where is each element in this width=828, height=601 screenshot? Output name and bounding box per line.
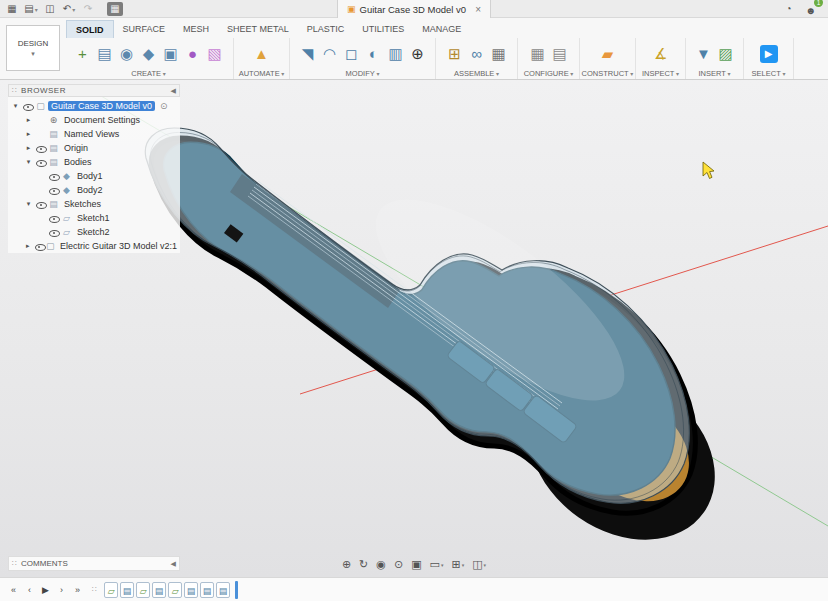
document-tab[interactable]: ▣ Guitar Case 3D Model v0 × (337, 0, 491, 18)
drag-grip-icon[interactable]: ∷ (12, 86, 17, 95)
group-dropdown-inspect[interactable]: INSPECT ▾ (636, 69, 685, 78)
tree-item-label[interactable]: Body1 (74, 171, 106, 181)
joint-icon[interactable]: ∞ (467, 44, 487, 64)
visibility-eye-icon[interactable] (36, 200, 45, 209)
drag-grip-icon[interactable]: ∷ (92, 585, 97, 594)
expander-icon[interactable]: ▸ (24, 116, 33, 124)
timeline-extrude-1[interactable]: ▤ (120, 582, 134, 598)
play-button[interactable]: ▶ (38, 582, 53, 598)
workspace-selector[interactable]: DESIGN ▾ (6, 25, 60, 71)
create-sketch-icon[interactable]: + (73, 44, 93, 64)
tree-item-label[interactable]: Sketch1 (74, 213, 113, 223)
guitar-case-model[interactable] (145, 128, 747, 575)
step-back-button[interactable]: ‹ (22, 582, 37, 598)
tree-item-label[interactable]: Guitar Case 3D Model v0 (48, 101, 155, 111)
visibility-eye-icon[interactable] (49, 186, 58, 195)
timeline-marker[interactable] (235, 581, 238, 599)
zoom-icon[interactable]: ⊙ (394, 556, 403, 572)
extrude-icon[interactable]: ▤ (95, 44, 115, 64)
tree-item-sketch2[interactable]: ▱Sketch2 (8, 225, 180, 239)
look-at-icon[interactable]: ◉ (376, 556, 386, 572)
press-pull-icon[interactable]: ◥ (298, 44, 318, 64)
automate-icon[interactable]: ▲ (252, 44, 272, 64)
tree-item-body2[interactable]: ◆Body2 (8, 183, 180, 197)
measure-icon[interactable]: ∡ (651, 44, 671, 64)
visibility-eye-icon[interactable] (49, 214, 58, 223)
tree-item-body1[interactable]: ◆Body1 (8, 169, 180, 183)
rigid-group-icon[interactable]: ▦ (489, 44, 509, 64)
decal-icon[interactable]: ▨ (716, 44, 736, 64)
ribbon-tab-surface[interactable]: SURFACE (114, 20, 175, 38)
orbit-icon[interactable]: ↻ (359, 556, 368, 572)
tree-item-label[interactable]: Sketches (61, 199, 104, 209)
group-dropdown-create[interactable]: CREATE ▾ (64, 69, 233, 78)
comments-bar[interactable]: ∷ COMMENTS ◀ (8, 556, 180, 571)
timeline-extrude-4[interactable]: ▤ (200, 582, 214, 598)
fit-icon[interactable]: ▣ (411, 556, 421, 572)
user-avatar[interactable]: ☻ 1 (805, 0, 816, 18)
tree-item-label[interactable]: Named Views (61, 129, 122, 139)
tree-item-label[interactable]: Body2 (74, 185, 106, 195)
configuration-table-icon[interactable]: ▤ (550, 44, 570, 64)
tree-item-origin[interactable]: ▸▤Origin (8, 141, 180, 155)
timeline-extrude-5[interactable]: ▤ (216, 582, 230, 598)
step-forward-button[interactable]: › (54, 582, 69, 598)
group-dropdown-construct[interactable]: CONSTRUCT ▾ (580, 69, 635, 78)
revolve-icon[interactable]: ◉ (117, 44, 137, 64)
timeline-extrude-2[interactable]: ▤ (152, 582, 166, 598)
ribbon-tab-sheet-metal[interactable]: SHEET METAL (218, 20, 298, 38)
offset-face-icon[interactable]: ▥ (386, 44, 406, 64)
tree-item-named-views[interactable]: ▸▤Named Views (8, 127, 180, 141)
ribbon-tab-mesh[interactable]: MESH (174, 20, 218, 38)
new-component-icon[interactable]: ⊞ (445, 44, 465, 64)
tab-close-icon[interactable]: × (475, 4, 481, 15)
visibility-eye-icon[interactable] (35, 242, 43, 251)
configure-icon[interactable]: ▦ (528, 44, 548, 64)
expander-icon[interactable]: ▾ (24, 200, 33, 208)
expander-icon[interactable]: ▸ (24, 144, 33, 152)
skip-to-end-button[interactable]: » (70, 582, 85, 598)
shell-icon[interactable]: ◻ (342, 44, 362, 64)
sweep-icon[interactable]: ◆ (139, 44, 159, 64)
group-dropdown-select[interactable]: SELECT ▾ (744, 69, 793, 78)
timeline-extrude-3[interactable]: ▤ (184, 582, 198, 598)
move-copy-icon[interactable]: ⊕ (408, 44, 428, 64)
ribbon-tab-plastic[interactable]: PLASTIC (298, 20, 354, 38)
expander-icon[interactable]: ▸ (24, 130, 33, 138)
drag-grip-icon[interactable]: ∷ (12, 559, 17, 568)
expander-icon[interactable]: ▾ (24, 158, 33, 166)
tree-item-label[interactable]: Electric Guitar 3D Model v2:1 (57, 241, 180, 251)
ribbon-tab-manage[interactable]: MANAGE (413, 20, 470, 38)
ribbon-tab-utilities[interactable]: UTILITIES (353, 20, 413, 38)
primitive-box-icon[interactable]: ▧ (205, 44, 225, 64)
tree-item-bodies[interactable]: ▾▤Bodies (8, 155, 180, 169)
file-menu-icon[interactable]: ▤▾ (23, 2, 39, 16)
visibility-eye-icon[interactable] (36, 144, 45, 153)
timeline-sketch-2[interactable]: ▱ (136, 582, 150, 598)
timeline-sketch-3[interactable]: ▱ (168, 582, 182, 598)
loft-icon[interactable]: ▣ (161, 44, 181, 64)
tree-item-label[interactable]: Sketch2 (74, 227, 113, 237)
expander-icon[interactable]: ▸ (24, 242, 32, 250)
visibility-eye-icon[interactable] (36, 158, 45, 167)
combine-icon[interactable]: ◐ (364, 44, 384, 64)
tree-item-document-settings[interactable]: ▸⊛Document Settings (8, 113, 180, 127)
activate-component-radio[interactable]: ⊙ (160, 101, 168, 111)
group-dropdown-configure[interactable]: CONFIGURE ▾ (518, 69, 579, 78)
ribbon-tab-solid[interactable]: SOLID (66, 20, 114, 38)
group-dropdown-modify[interactable]: MODIFY ▾ (290, 69, 435, 78)
tree-item-sketch1[interactable]: ▱Sketch1 (8, 211, 180, 225)
browser-header[interactable]: ∷ BROWSER ◀ (8, 84, 180, 97)
display-settings-icon[interactable]: ▭▾ (430, 556, 444, 573)
grid-settings-icon[interactable]: ⊞▾ (451, 556, 464, 573)
job-status-icon[interactable]: ◔ (780, 2, 796, 16)
undo-icon[interactable]: ↶▾ (61, 2, 77, 16)
tree-item-label[interactable]: Bodies (61, 157, 95, 167)
group-dropdown-automate[interactable]: AUTOMATE ▾ (234, 69, 289, 78)
viewports-icon[interactable]: ◫▾ (472, 556, 486, 573)
pan-icon[interactable]: ⊕ (342, 556, 351, 572)
insert-derive-icon[interactable]: ▼ (694, 44, 714, 64)
tree-item-sketches[interactable]: ▾▤Sketches (8, 197, 180, 211)
select-icon[interactable]: ▶ (760, 45, 778, 63)
group-dropdown-assemble[interactable]: ASSEMBLE ▾ (436, 69, 517, 78)
